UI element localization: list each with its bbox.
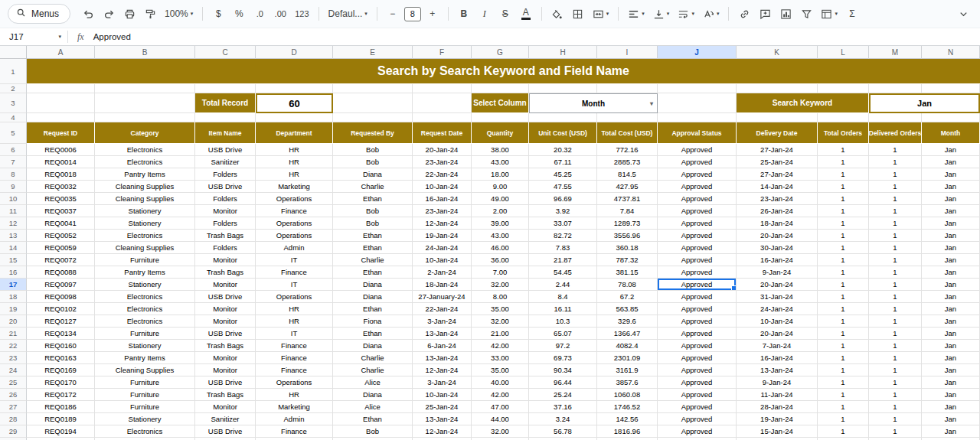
cell-F21[interactable]: 13-Jan-24 — [413, 328, 472, 340]
cell-B21[interactable]: Furniture — [95, 328, 195, 340]
cell-H28[interactable]: 3.24 — [529, 413, 597, 425]
cell-H13[interactable]: 82.72 — [529, 230, 597, 242]
cell-M14[interactable]: 1 — [869, 242, 922, 254]
format-percent-button[interactable]: % — [230, 5, 248, 23]
cell-K7[interactable]: 25-Jan-24 — [737, 156, 818, 168]
cell-L28[interactable]: 1 — [818, 413, 869, 425]
cell-J23[interactable]: Approved — [658, 352, 737, 364]
cell-J9[interactable]: Approved — [658, 181, 737, 193]
cell-M20[interactable]: 1 — [869, 315, 922, 328]
cell-H29[interactable]: 56.78 — [529, 425, 597, 438]
number-format-button[interactable]: 123 — [292, 5, 312, 23]
total-record-label-cell[interactable]: Total Record — [195, 93, 256, 113]
cell-M16[interactable]: 1 — [869, 266, 922, 279]
cell-B18[interactable]: Electronics — [95, 291, 195, 303]
cell-F29[interactable]: 12-Jan-24 — [413, 425, 472, 438]
cell-B27[interactable]: Furniture — [95, 401, 195, 413]
cell-K18[interactable]: 31-Jan-24 — [737, 291, 818, 303]
cell-H15[interactable]: 21.87 — [529, 254, 597, 266]
table-header-approval-status[interactable]: Approval Status — [658, 122, 737, 144]
cell-I22[interactable]: 4082.4 — [597, 340, 658, 352]
cell-K28[interactable]: 19-Jan-24 — [737, 413, 818, 425]
cell-G6[interactable]: 38.00 — [472, 144, 529, 156]
cell-B26[interactable]: Furniture — [95, 389, 195, 401]
cell-I8[interactable]: 814.5 — [597, 168, 658, 181]
cell-G20[interactable]: 32.00 — [472, 315, 529, 328]
cell-K14[interactable]: 30-Jan-24 — [737, 242, 818, 254]
cell-D7[interactable]: HR — [256, 156, 333, 168]
cell-C11[interactable]: Monitor — [195, 205, 256, 217]
cell-I23[interactable]: 2301.09 — [597, 352, 658, 364]
cell-A21[interactable]: REQ0134 — [27, 328, 95, 340]
cell-B28[interactable]: Stationery — [95, 413, 195, 425]
cell-G8[interactable]: 18.00 — [472, 168, 529, 181]
cell-M11[interactable]: 1 — [869, 205, 922, 217]
table-header-month[interactable]: Month — [922, 122, 980, 144]
cell-K23[interactable]: 16-Jan-24 — [737, 352, 818, 364]
italic-button[interactable]: I — [475, 5, 494, 23]
cell-E6[interactable]: Bob — [333, 144, 413, 156]
column-header-A[interactable]: A — [27, 46, 95, 59]
cell-G17[interactable]: 32.00 — [472, 279, 529, 291]
cell-B23[interactable]: Pantry Items — [95, 352, 195, 364]
cell-E25[interactable]: Alice — [333, 376, 413, 389]
cell-D27[interactable]: Marketing — [256, 401, 333, 413]
cell-M19[interactable]: 1 — [869, 303, 922, 315]
cell-F24[interactable]: 12-Jan-24 — [413, 364, 472, 376]
cell-I21[interactable]: 1366.47 — [597, 328, 658, 340]
cell-B15[interactable]: Furniture — [95, 254, 195, 266]
cell-A18[interactable]: REQ0098 — [27, 291, 95, 303]
cell-H21[interactable]: 65.07 — [529, 328, 597, 340]
cell-D9[interactable]: Marketing — [256, 181, 333, 193]
cell-N23[interactable]: Jan — [922, 352, 980, 364]
cell-L17[interactable]: 1 — [818, 279, 869, 291]
cell-D13[interactable]: Operations — [256, 230, 333, 242]
cell-J20[interactable]: Approved — [658, 315, 737, 328]
cell-K19[interactable]: 24-Jan-24 — [737, 303, 818, 315]
cell-G7[interactable]: 43.00 — [472, 156, 529, 168]
cell-J22[interactable]: Approved — [658, 340, 737, 352]
print-button[interactable] — [120, 5, 139, 23]
paint-format-button[interactable] — [141, 5, 159, 23]
cell-L13[interactable]: 1 — [818, 230, 869, 242]
cell-D26[interactable]: HR — [256, 389, 333, 401]
cell-N24[interactable]: Jan — [922, 364, 980, 376]
cell-L26[interactable]: 1 — [818, 389, 869, 401]
cell-A15[interactable]: REQ0072 — [27, 254, 95, 266]
cell-I13[interactable]: 3556.96 — [597, 230, 658, 242]
cell-M2[interactable] — [869, 84, 922, 93]
cell-F15[interactable]: 10-Jan-24 — [413, 254, 472, 266]
filter-views-button[interactable]: ▾ — [818, 5, 841, 23]
row-header-14[interactable]: 14 — [0, 242, 27, 254]
cell-B22[interactable]: Stationery — [95, 340, 195, 352]
cell-L9[interactable]: 1 — [818, 181, 869, 193]
column-header-J[interactable]: J — [658, 46, 737, 59]
cell-H6[interactable]: 20.32 — [529, 144, 597, 156]
cell-G15[interactable]: 36.00 — [472, 254, 529, 266]
cell-B14[interactable]: Cleaning Supplies — [95, 242, 195, 254]
row-header-27[interactable]: 27 — [0, 401, 27, 413]
cell-A29[interactable]: REQ0194 — [27, 425, 95, 438]
cell-B13[interactable]: Electronics — [95, 230, 195, 242]
cell-G28[interactable]: 44.00 — [472, 413, 529, 425]
row-header-19[interactable]: 19 — [0, 303, 27, 315]
cell-N29[interactable]: Jan — [922, 425, 980, 438]
cell-H19[interactable]: 16.11 — [529, 303, 597, 315]
cell-G29[interactable]: 32.00 — [472, 425, 529, 438]
undo-button[interactable] — [79, 5, 97, 23]
cell-I19[interactable]: 563.85 — [597, 303, 658, 315]
cell-N6[interactable]: Jan — [922, 144, 980, 156]
cell-E17[interactable]: Diana — [333, 279, 413, 291]
select-column-dropdown[interactable]: Month▾ — [529, 93, 658, 113]
cell-L2[interactable] — [818, 84, 869, 93]
cell-M10[interactable]: 1 — [869, 193, 922, 205]
cell-M7[interactable]: 1 — [869, 156, 922, 168]
cell-M24[interactable]: 1 — [869, 364, 922, 376]
cell-F27[interactable]: 25-Jan-24 — [413, 401, 472, 413]
table-header-unit-cost-usd-[interactable]: Unit Cost (USD) — [529, 122, 597, 144]
cell-H9[interactable]: 47.55 — [529, 181, 597, 193]
table-header-request-date[interactable]: Request Date — [413, 122, 472, 144]
cell-F23[interactable]: 13-Jan-24 — [413, 352, 472, 364]
increase-decimal-button[interactable]: .00 — [271, 5, 289, 23]
cell-A8[interactable]: REQ0018 — [27, 168, 95, 181]
